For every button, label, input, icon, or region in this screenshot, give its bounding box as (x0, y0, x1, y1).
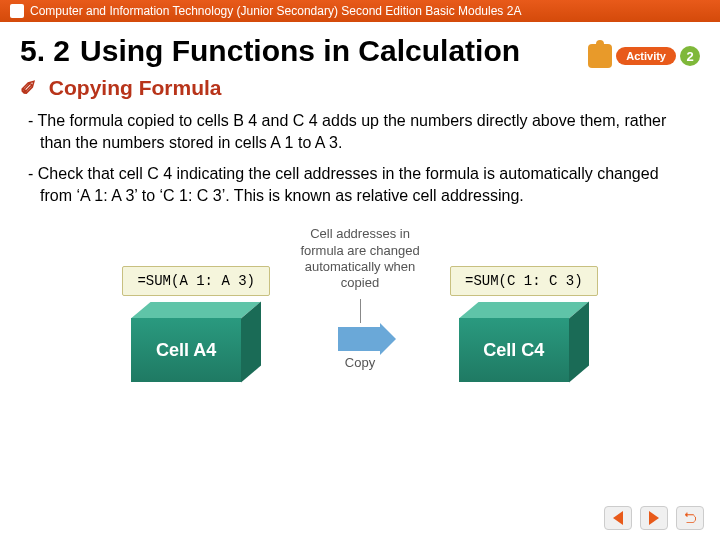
formula-left: =SUM(A 1: A 3) (122, 266, 270, 296)
script-icon: ✐ (20, 76, 37, 100)
cell-group-right: =SUM(C 1: C 3) Cell C4 (450, 266, 598, 382)
callout-text: Cell addresses in formula are changed au… (290, 226, 430, 291)
activity-label: Activity (616, 47, 676, 65)
activity-badge: Activity 2 (588, 44, 700, 68)
prev-button[interactable] (604, 506, 632, 530)
arrow-right-icon (649, 511, 659, 525)
cube-left: Cell A4 (131, 302, 261, 382)
section-number: 5. 2 (20, 34, 70, 68)
book-icon (10, 4, 24, 18)
cell-group-left: =SUM(A 1: A 3) Cell A4 (122, 266, 270, 382)
home-button[interactable]: ⮌ (676, 506, 704, 530)
cube-right-label: Cell C4 (459, 318, 569, 382)
cube-right: Cell C4 (459, 302, 589, 382)
subheading-text: Copying Formula (49, 76, 222, 99)
section-heading: Using Functions in Calculation (80, 34, 520, 68)
home-icon: ⮌ (683, 510, 697, 526)
subheading: ✐ Copying Formula (0, 74, 720, 110)
diagram: =SUM(A 1: A 3) Cell A4 Cell addresses in… (0, 226, 720, 382)
header-title: Computer and Information Technology (Jun… (30, 4, 521, 18)
arrow-left-icon (613, 511, 623, 525)
puzzle-icon (588, 44, 612, 68)
footer-nav: ⮌ (604, 506, 704, 530)
paragraph-1: - The formula copied to cells B 4 and C … (0, 110, 720, 163)
header-bar: Computer and Information Technology (Jun… (0, 0, 720, 22)
copy-column: Cell addresses in formula are changed au… (290, 226, 430, 382)
formula-right: =SUM(C 1: C 3) (450, 266, 598, 296)
copy-arrow-icon (338, 327, 382, 351)
activity-number: 2 (680, 46, 700, 66)
cube-left-label: Cell A4 (131, 318, 241, 382)
callout-line (360, 299, 361, 323)
copy-label: Copy (345, 355, 375, 370)
paragraph-2: - Check that cell C 4 indicating the cel… (0, 163, 720, 216)
next-button[interactable] (640, 506, 668, 530)
